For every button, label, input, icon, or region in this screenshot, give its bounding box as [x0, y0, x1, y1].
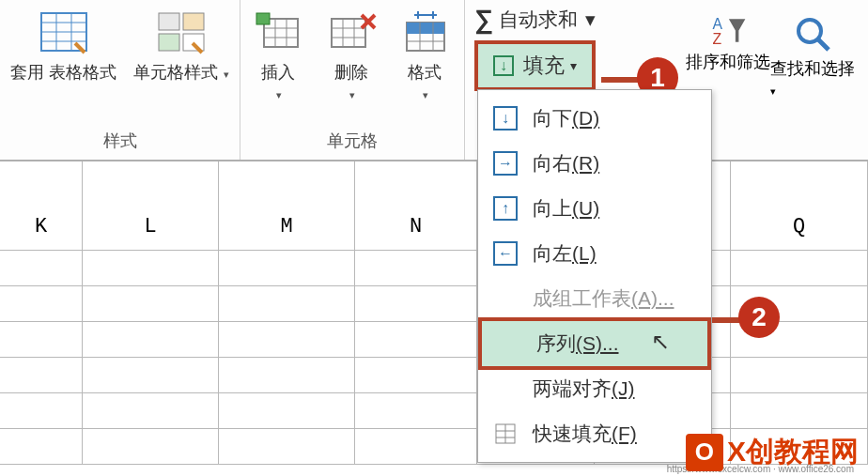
- delete-button[interactable]: 删除▾: [321, 5, 383, 106]
- cells-group: 插入▾ 删除▾ 格式▾ 单元格: [240, 0, 465, 160]
- arrow-down-icon: ↓: [493, 106, 518, 131]
- fill-dropdown-menu: ↓ 向下(D) → 向右(R) ↑ 向上(U) ← 向左(L) 成组工作表(A)…: [477, 89, 712, 463]
- delete-cells-icon: [324, 8, 380, 59]
- styles-group: 套用 表格格式 单元格样式 ▾ 样式: [0, 0, 240, 160]
- insert-button[interactable]: 插入▾: [248, 5, 310, 106]
- menu-across-worksheets: 成组工作表(A)...: [478, 276, 711, 321]
- arrow-right-icon: →: [493, 151, 518, 176]
- col-header-q[interactable]: Q: [731, 161, 868, 250]
- format-button[interactable]: 格式▾: [395, 5, 457, 106]
- watermark: O X创教程网: [686, 433, 859, 471]
- sort-filter-icon: AZ: [709, 14, 747, 47]
- table-row: [0, 251, 868, 286]
- svg-text:A: A: [712, 16, 722, 32]
- styles-group-label: 样式: [103, 130, 137, 152]
- menu-fill-right[interactable]: → 向右(R): [478, 141, 711, 186]
- menu-fill-down[interactable]: ↓ 向下(D): [478, 96, 711, 141]
- arrow-up-icon: ↑: [493, 196, 518, 221]
- format-as-table-button[interactable]: 套用 表格格式: [8, 5, 119, 86]
- callout-badge-2: 2: [738, 297, 780, 338]
- insert-cells-icon: [251, 8, 307, 59]
- format-cells-icon: [397, 8, 454, 59]
- cursor-icon: ↖: [651, 329, 670, 355]
- flash-fill-icon: [493, 422, 518, 446]
- find-select-button[interactable]: 查找和选择▾: [770, 14, 855, 100]
- svg-rect-6: [159, 13, 179, 30]
- svg-rect-22: [407, 23, 444, 34]
- table-row: [0, 393, 868, 429]
- fill-button[interactable]: 填充 ▾: [474, 40, 596, 91]
- svg-point-28: [798, 20, 821, 42]
- svg-line-29: [818, 39, 829, 50]
- svg-rect-8: [159, 34, 179, 51]
- sort-filter-button[interactable]: AZ 排序和筛选: [686, 14, 770, 73]
- cell-styles-button[interactable]: 单元格样式 ▾: [131, 5, 232, 86]
- menu-series[interactable]: 序列(S)... ↖: [478, 317, 711, 370]
- col-header-l[interactable]: L: [83, 161, 219, 250]
- menu-justify[interactable]: 两端对齐(J): [478, 366, 711, 411]
- cell-styles-icon: [153, 8, 209, 59]
- sigma-icon: ∑: [474, 5, 493, 35]
- callout-connector-2: [712, 317, 740, 323]
- col-header-k[interactable]: K: [0, 161, 83, 250]
- office-icon: O: [686, 434, 723, 471]
- col-header-n[interactable]: N: [355, 161, 477, 250]
- magnifier-icon: [793, 14, 832, 54]
- menu-fill-up[interactable]: ↑ 向上(U): [478, 186, 711, 231]
- svg-rect-15: [256, 13, 270, 24]
- svg-text:Z: Z: [712, 31, 721, 47]
- arrow-left-icon: ←: [493, 241, 518, 266]
- callout-connector-1: [601, 77, 639, 83]
- table-row: [0, 322, 868, 358]
- table-format-icon: [36, 8, 92, 59]
- column-headers: K L M N Q: [0, 161, 868, 251]
- menu-flash-fill[interactable]: 快速填充(F): [478, 411, 711, 456]
- table-row: [0, 358, 868, 393]
- col-header-m[interactable]: M: [219, 161, 355, 250]
- menu-fill-left[interactable]: ← 向左(L): [478, 231, 711, 276]
- svg-rect-7: [183, 13, 204, 30]
- fill-down-icon: [493, 55, 514, 76]
- svg-rect-16: [332, 19, 365, 47]
- cells-group-label: 单元格: [327, 130, 378, 152]
